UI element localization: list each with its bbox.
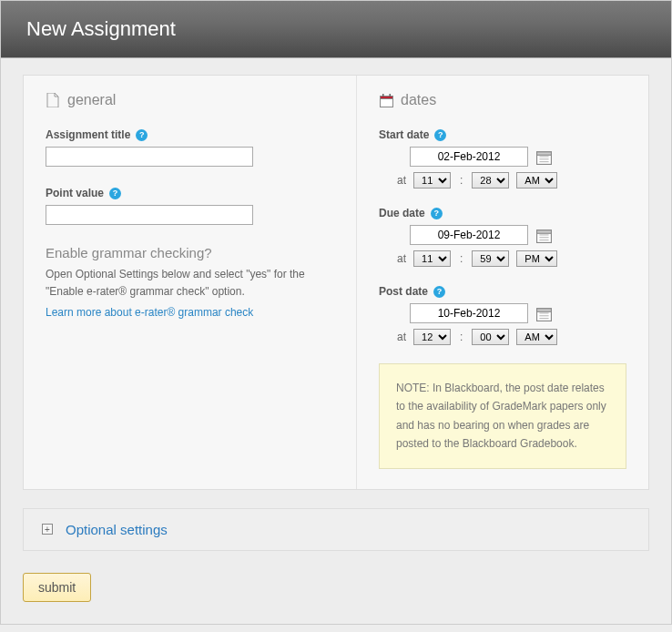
- note-line-2: and has no bearing on when grades are po…: [396, 416, 609, 454]
- dates-column: dates Start date ? at: [357, 76, 648, 489]
- grammar-heading: Enable grammar checking?: [46, 245, 334, 260]
- point-value-label: Point value: [46, 187, 104, 199]
- start-date-block: Start date ? at 11 : 28 AM: [379, 128, 626, 189]
- dates-header-label: dates: [401, 92, 436, 108]
- start-hour-select[interactable]: 11: [413, 172, 451, 189]
- optional-settings-label[interactable]: Optional settings: [66, 522, 168, 537]
- page-title: New Assignment: [26, 17, 646, 41]
- content-area: general Assignment title ? Point value ?: [1, 58, 671, 624]
- post-date-note: NOTE: In Blackboard, the post date relat…: [379, 363, 626, 469]
- grammar-learn-more-link[interactable]: Learn more about e-rater® grammar check: [46, 306, 253, 319]
- post-date-row: [410, 303, 626, 323]
- help-icon[interactable]: ?: [434, 129, 446, 141]
- due-minute-select[interactable]: 59: [472, 250, 509, 267]
- dates-header: dates: [379, 92, 626, 108]
- calendar-picker-icon[interactable]: [535, 227, 552, 243]
- main-panel: general Assignment title ? Point value ?: [23, 75, 649, 490]
- post-hour-select[interactable]: 12: [413, 329, 451, 345]
- start-time-row: at 11 : 28 AM: [397, 172, 626, 189]
- due-time-row: at 11 : 59 PM: [397, 250, 626, 267]
- document-icon: [46, 93, 60, 107]
- start-date-row: [410, 147, 626, 167]
- post-ampm-select[interactable]: AM: [516, 329, 557, 345]
- post-date-label-row: Post date ?: [379, 285, 626, 298]
- help-icon[interactable]: ?: [433, 286, 445, 298]
- start-date-input[interactable]: [410, 147, 528, 167]
- svg-rect-15: [536, 308, 551, 311]
- assignment-title-group: Assignment title ?: [46, 128, 334, 167]
- optional-settings-bar[interactable]: + Optional settings: [23, 508, 649, 551]
- help-icon[interactable]: ?: [136, 129, 148, 141]
- general-header: general: [46, 92, 334, 108]
- svg-rect-3: [389, 94, 391, 97]
- calendar-picker-icon[interactable]: [535, 305, 552, 321]
- note-line-1: NOTE: In Blackboard, the post date relat…: [396, 379, 609, 416]
- expand-icon[interactable]: +: [42, 524, 53, 535]
- post-time-row: at 12 : 00 AM: [397, 329, 626, 345]
- due-date-input[interactable]: [410, 225, 528, 245]
- point-value-label-row: Point value ?: [46, 187, 334, 199]
- start-date-label: Start date: [379, 128, 429, 141]
- calendar-picker-icon[interactable]: [535, 148, 552, 165]
- at-label: at: [397, 174, 406, 187]
- due-hour-select[interactable]: 11: [413, 250, 451, 267]
- help-icon[interactable]: ?: [431, 208, 443, 219]
- svg-rect-1: [380, 96, 392, 98]
- post-date-block: Post date ? at 12 : 00 AM: [379, 285, 626, 345]
- svg-rect-10: [536, 229, 551, 232]
- post-date-label: Post date: [379, 285, 428, 298]
- svg-rect-5: [536, 151, 551, 154]
- due-date-label-row: Due date ?: [379, 207, 626, 219]
- general-header-label: general: [67, 92, 116, 108]
- time-separator: :: [460, 252, 463, 265]
- assignment-title-label-row: Assignment title ?: [46, 128, 334, 141]
- assignment-window: New Assignment general Assignment title …: [0, 0, 672, 625]
- due-date-block: Due date ? at 11 : 59 PM: [379, 207, 626, 267]
- assignment-title-input[interactable]: [46, 147, 253, 167]
- point-value-input[interactable]: [46, 205, 253, 225]
- post-date-input[interactable]: [410, 303, 528, 323]
- help-icon[interactable]: ?: [109, 188, 121, 199]
- title-bar: New Assignment: [1, 1, 671, 58]
- general-column: general Assignment title ? Point value ?: [24, 76, 357, 489]
- due-date-row: [410, 225, 626, 245]
- start-ampm-select[interactable]: AM: [516, 172, 557, 189]
- at-label: at: [397, 331, 406, 343]
- point-value-group: Point value ?: [46, 187, 334, 225]
- post-minute-select[interactable]: 00: [472, 329, 509, 345]
- at-label: at: [397, 252, 406, 265]
- submit-button[interactable]: submit: [23, 573, 91, 602]
- calendar-icon: [379, 93, 393, 107]
- due-ampm-select[interactable]: PM: [516, 250, 557, 267]
- grammar-section: Enable grammar checking? Open Optional S…: [46, 245, 334, 319]
- start-minute-select[interactable]: 28: [472, 172, 509, 189]
- start-date-label-row: Start date ?: [379, 128, 626, 141]
- time-separator: :: [460, 331, 463, 343]
- grammar-help-text: Open Optional Settings below and select …: [46, 266, 334, 301]
- svg-rect-2: [382, 94, 384, 97]
- time-separator: :: [460, 174, 463, 187]
- assignment-title-label: Assignment title: [46, 128, 130, 141]
- due-date-label: Due date: [379, 207, 425, 219]
